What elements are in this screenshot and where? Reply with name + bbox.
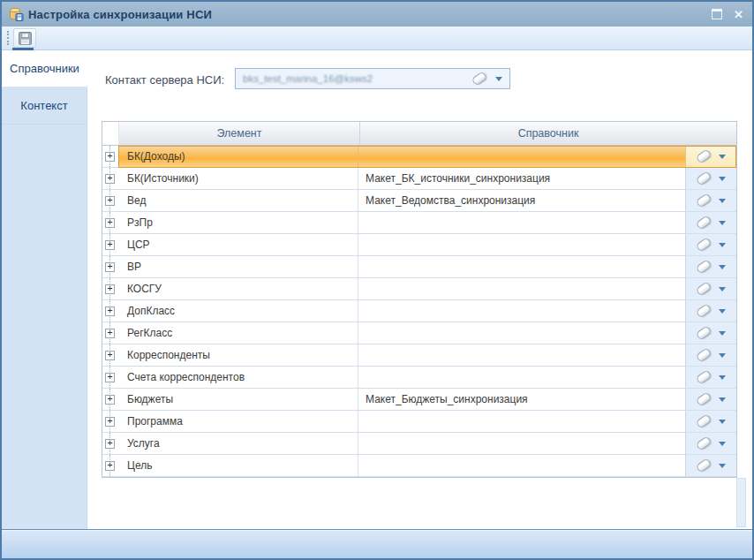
table-row[interactable]: Вед Макет_Ведомства_синхронизация bbox=[102, 190, 736, 212]
eraser-icon[interactable] bbox=[696, 369, 713, 384]
chevron-down-icon[interactable] bbox=[719, 331, 726, 336]
table-row[interactable]: ЦСР bbox=[102, 234, 736, 256]
chevron-down-icon[interactable] bbox=[719, 177, 726, 181]
expand-plus-icon[interactable] bbox=[105, 439, 115, 449]
expand-plus-icon[interactable] bbox=[105, 373, 115, 382]
eraser-icon[interactable] bbox=[696, 193, 713, 208]
expand-plus-icon[interactable] bbox=[105, 284, 115, 294]
tab-directories[interactable]: Справочники bbox=[2, 50, 87, 87]
directory-cell[interactable] bbox=[358, 455, 685, 476]
element-cell[interactable]: БК(Источники) bbox=[118, 168, 358, 189]
element-cell[interactable]: Корреспонденты bbox=[118, 344, 358, 366]
close-button[interactable]: ✕ bbox=[734, 9, 743, 20]
directory-cell[interactable] bbox=[358, 278, 685, 299]
chevron-down-icon[interactable] bbox=[719, 353, 726, 358]
expand-plus-icon[interactable] bbox=[105, 152, 115, 162]
element-cell[interactable]: КОСГУ bbox=[118, 278, 358, 299]
eraser-icon[interactable] bbox=[696, 347, 713, 362]
server-contact-combobox[interactable]: bks_test_marina_16@ksws2 bbox=[235, 68, 510, 89]
eraser-icon[interactable] bbox=[696, 413, 713, 428]
table-row[interactable]: БК(Доходы) bbox=[102, 146, 736, 168]
eraser-icon[interactable] bbox=[696, 303, 713, 318]
chevron-down-icon[interactable] bbox=[719, 464, 726, 468]
table-row[interactable]: ДопКласс bbox=[102, 300, 736, 322]
save-button[interactable] bbox=[13, 28, 36, 48]
expand-plus-icon[interactable] bbox=[105, 417, 115, 427]
element-cell[interactable]: Счета корреспондентов bbox=[118, 367, 358, 388]
table-row[interactable]: ВР bbox=[102, 256, 736, 278]
table-row[interactable]: КОСГУ bbox=[102, 278, 736, 300]
expand-plus-icon[interactable] bbox=[105, 196, 115, 206]
chevron-down-icon[interactable] bbox=[719, 243, 726, 247]
chevron-down-icon[interactable] bbox=[719, 309, 726, 314]
chevron-down-icon[interactable] bbox=[719, 397, 726, 402]
chevron-down-icon[interactable] bbox=[495, 77, 502, 81]
element-cell[interactable]: ЦСР bbox=[118, 234, 358, 255]
chevron-down-icon[interactable] bbox=[719, 420, 726, 424]
eraser-icon[interactable] bbox=[696, 391, 713, 406]
directory-cell[interactable] bbox=[358, 411, 685, 432]
directory-cell[interactable] bbox=[358, 367, 685, 388]
eraser-icon[interactable] bbox=[471, 71, 488, 86]
expand-plus-icon[interactable] bbox=[105, 395, 115, 405]
table-row[interactable]: Цель bbox=[102, 455, 736, 477]
expand-plus-icon[interactable] bbox=[105, 329, 115, 338]
element-cell[interactable]: ВР bbox=[118, 256, 358, 277]
titlebar[interactable]: Настройка синхронизации НСИ ✕ bbox=[2, 2, 752, 26]
eraser-icon[interactable] bbox=[696, 237, 713, 252]
directory-cell[interactable] bbox=[358, 322, 685, 344]
chevron-down-icon[interactable] bbox=[719, 287, 726, 291]
expand-plus-icon[interactable] bbox=[105, 218, 115, 228]
eraser-icon[interactable] bbox=[696, 148, 713, 163]
expand-plus-icon[interactable] bbox=[105, 351, 115, 360]
table-row[interactable]: РегКласс bbox=[102, 322, 736, 344]
directory-cell[interactable] bbox=[358, 433, 685, 454]
table-row[interactable]: РзПр bbox=[102, 212, 736, 234]
directory-cell[interactable] bbox=[358, 212, 685, 233]
element-cell[interactable]: РегКласс bbox=[118, 322, 358, 344]
chevron-down-icon[interactable] bbox=[719, 265, 726, 269]
directory-cell[interactable] bbox=[358, 146, 685, 167]
column-header-element[interactable]: Элемент bbox=[118, 122, 359, 145]
table-row[interactable]: Бюджеты Макет_Бюджеты_синхронизация bbox=[102, 389, 736, 411]
eraser-icon[interactable] bbox=[696, 435, 713, 450]
column-header-directory[interactable]: Справочник bbox=[359, 122, 736, 145]
tab-context[interactable]: Контекст bbox=[2, 87, 87, 125]
chevron-down-icon[interactable] bbox=[719, 375, 726, 380]
maximize-button[interactable] bbox=[712, 9, 722, 19]
element-cell[interactable]: Цель bbox=[118, 455, 358, 476]
expand-plus-icon[interactable] bbox=[105, 240, 115, 250]
expand-plus-icon[interactable] bbox=[105, 306, 115, 316]
eraser-icon[interactable] bbox=[696, 458, 713, 473]
directory-cell[interactable]: Макет_Бюджеты_синхронизация bbox=[358, 389, 685, 410]
element-cell[interactable]: ДопКласс bbox=[118, 300, 358, 322]
element-cell[interactable]: РзПр bbox=[118, 212, 358, 233]
element-cell[interactable]: Программа bbox=[118, 411, 358, 432]
chevron-down-icon[interactable] bbox=[719, 442, 726, 446]
directory-cell[interactable] bbox=[358, 256, 685, 277]
table-row[interactable]: Услуга bbox=[102, 433, 736, 455]
element-cell[interactable]: БК(Доходы) bbox=[118, 146, 358, 167]
directory-cell[interactable] bbox=[358, 344, 685, 366]
chevron-down-icon[interactable] bbox=[719, 221, 726, 225]
table-row[interactable]: Программа bbox=[102, 411, 736, 433]
eraser-icon[interactable] bbox=[696, 170, 713, 185]
table-row[interactable]: Счета корреспондентов bbox=[102, 367, 736, 389]
directory-cell[interactable] bbox=[358, 300, 685, 322]
eraser-icon[interactable] bbox=[696, 281, 713, 296]
element-cell[interactable]: Услуга bbox=[118, 433, 358, 454]
chevron-down-icon[interactable] bbox=[719, 199, 726, 203]
expand-plus-icon[interactable] bbox=[105, 174, 115, 184]
eraser-icon[interactable] bbox=[696, 325, 713, 340]
directory-cell[interactable]: Макет_Ведомства_синхронизация bbox=[358, 190, 685, 211]
element-cell[interactable]: Вед bbox=[118, 190, 358, 211]
directory-cell[interactable]: Макет_БК_источники_синхронизация bbox=[358, 168, 685, 189]
chevron-down-icon[interactable] bbox=[719, 155, 726, 159]
directory-cell[interactable] bbox=[358, 234, 685, 255]
expand-plus-icon[interactable] bbox=[105, 461, 115, 471]
element-cell[interactable]: Бюджеты bbox=[118, 389, 358, 410]
expand-plus-icon[interactable] bbox=[105, 262, 115, 272]
eraser-icon[interactable] bbox=[696, 215, 713, 230]
toolbar-grip[interactable] bbox=[7, 31, 9, 45]
eraser-icon[interactable] bbox=[696, 259, 713, 274]
